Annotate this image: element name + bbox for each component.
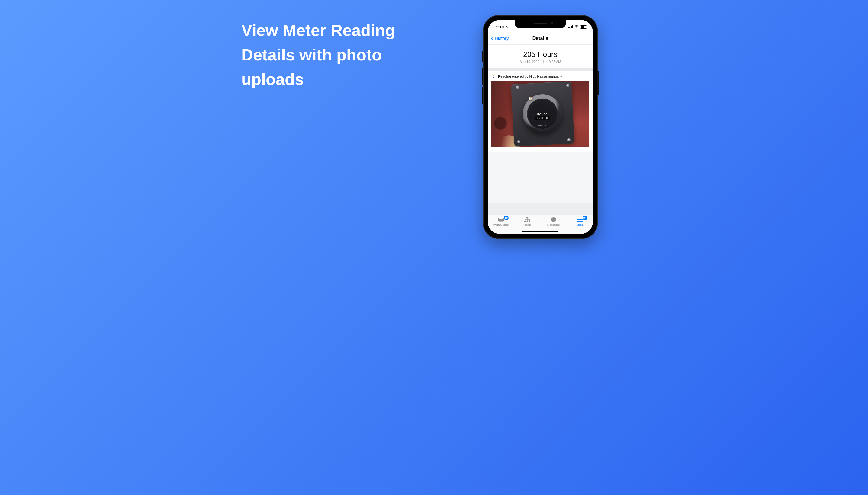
back-label: History [495,36,509,41]
work-orders-icon [497,217,505,223]
battery-icon [580,25,587,29]
home-indicator[interactable] [522,231,559,232]
wifi-icon [574,25,579,29]
entered-by-text: Reading entered by Nick Haase manually. [498,75,563,78]
tab-badge: 10 [504,216,509,220]
side-button [482,87,483,104]
location-icon [505,25,509,29]
svg-rect-9 [577,218,583,219]
tab-label: Messages [547,223,560,226]
tab-label: Work Orders [493,223,509,226]
nav-title: Details [532,36,548,41]
svg-point-0 [576,28,577,29]
svg-rect-6 [524,221,526,222]
marketing-slide: View Meter Reading Details with photo up… [214,0,654,246]
nav-bar: History Details [488,32,593,45]
messages-icon [550,217,557,223]
more-icon [576,217,584,223]
svg-rect-8 [529,221,530,222]
tab-messages[interactable]: Messages [540,217,567,226]
tab-badge: 9+ [583,216,587,220]
gauge-face: HOURS 02050 DATCON [527,99,558,129]
svg-rect-10 [577,219,583,220]
phone-notch [515,20,566,29]
svg-rect-4 [499,218,503,219]
tab-label: Assets [523,223,531,226]
phone-screen: 11:19 [488,20,593,234]
assets-icon [524,217,531,223]
reading-timestamp: Aug 10, 2020 - 11:19:26 AM [491,60,590,64]
side-button [482,68,483,85]
tab-more[interactable]: 9+ More [567,217,593,226]
gauge-marker-icon: ⌛ [529,97,532,100]
reading-photo[interactable]: ⌛ HOURS 02050 DATCON [491,81,589,148]
entered-by-row: Reading entered by Nick Haase manually. [491,74,589,79]
front-camera [551,22,553,24]
reading-summary: 205 Hours Aug 10, 2020 - 11:19:26 AM [488,45,593,68]
status-time: 11:19 [494,25,504,29]
svg-rect-5 [527,217,528,219]
svg-rect-11 [577,221,583,222]
svg-rect-2 [493,76,494,76]
chevron-left-icon [491,36,494,41]
headline-text: View Meter Reading Details with photo up… [241,18,410,91]
screw [516,86,519,89]
reading-value: 205 Hours [491,50,590,58]
empty-space [488,152,593,203]
gauge-label: HOURS [537,113,548,116]
phone-frame: 11:19 [483,15,598,239]
speaker [534,23,547,24]
gauge-brand: DATCON [538,124,546,126]
side-button [482,51,483,62]
screw [567,138,570,141]
section-divider [488,68,593,71]
signal-icon [568,25,573,29]
svg-rect-7 [527,221,528,222]
tab-work-orders[interactable]: 10 Work Orders [488,217,514,226]
side-button [597,71,599,95]
screw [517,140,520,143]
gauge-digits: 02050 [535,116,550,120]
entry-card: Reading entered by Nick Haase manually. … [488,71,593,152]
tab-label: More [577,223,583,226]
screw [566,84,569,87]
photo-shadow [491,81,514,148]
svg-rect-3 [498,218,504,221]
back-button[interactable]: History [491,36,509,41]
content-area: 205 Hours Aug 10, 2020 - 11:19:26 AM Rea… [488,45,593,215]
person-icon [491,74,496,79]
tab-assets[interactable]: Assets [514,217,540,226]
